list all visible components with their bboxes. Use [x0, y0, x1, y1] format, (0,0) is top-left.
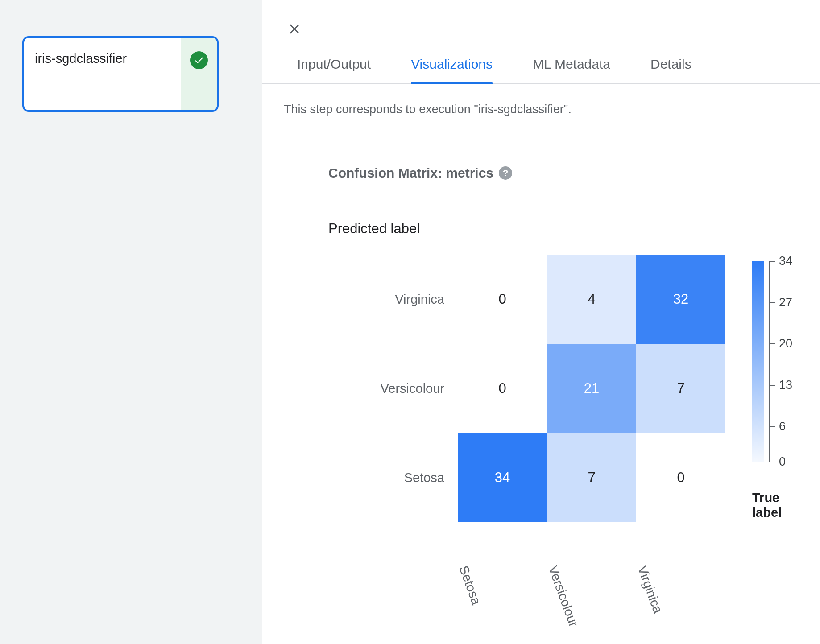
tab-details[interactable]: Details — [650, 49, 692, 83]
step-description-prefix: This step corresponds to execution — [284, 103, 474, 116]
close-panel-button[interactable] — [284, 18, 305, 40]
scale-tick-label: 27 — [779, 295, 792, 309]
column-label: Virginica — [622, 530, 667, 619]
detail-panel: Input/Output Visualizations ML Metadata … — [262, 0, 820, 644]
close-icon — [286, 21, 302, 37]
heatmap-cell[interactable]: 7 — [547, 433, 636, 522]
heatmap-cell[interactable]: 21 — [547, 344, 636, 433]
heatmap-cell[interactable]: 32 — [636, 255, 725, 344]
column-label: Setosa — [444, 530, 488, 619]
confusion-matrix-chart: Predicted label VirginicaVersicolourSeto… — [328, 221, 799, 545]
color-legend: 3427201360 — [752, 261, 770, 462]
heatmap-cells: 043202173470 — [458, 255, 725, 522]
tab-input-output[interactable]: Input/Output — [297, 49, 371, 83]
y-axis-label: Predicted label — [328, 221, 799, 237]
pipeline-node-status — [181, 38, 217, 110]
tab-ml-metadata[interactable]: ML Metadata — [533, 49, 610, 83]
pipeline-node-card[interactable]: iris-sgdclassifier — [22, 36, 219, 112]
heatmap-cell[interactable]: 34 — [458, 433, 547, 522]
column-labels: SetosaVersicolourVirginica — [458, 530, 799, 545]
heatmap-cell[interactable]: 4 — [547, 255, 636, 344]
tab-visualizations[interactable]: Visualizations — [411, 49, 493, 83]
pipeline-node-title: iris-sgdclassifier — [35, 51, 170, 66]
step-description: This step corresponds to execution "iris… — [284, 103, 799, 116]
row-labels: VirginicaVersicolourSetosa — [328, 255, 458, 522]
scale-tick-label: 0 — [779, 455, 786, 469]
row-label: Setosa — [328, 433, 458, 522]
success-check-icon — [190, 51, 208, 69]
heatmap-cell[interactable]: 0 — [458, 255, 547, 344]
scale-tick-label: 20 — [779, 337, 792, 351]
row-label: Versicolour — [328, 344, 458, 433]
confusion-matrix-title-text: Confusion Matrix: metrics — [328, 165, 493, 181]
heatmap-cell[interactable]: 0 — [458, 344, 547, 433]
row-label: Virginica — [328, 255, 458, 344]
scale-tick-label: 34 — [779, 254, 792, 268]
scale-tick-label: 13 — [779, 378, 792, 392]
heatmap-cell[interactable]: 0 — [636, 433, 725, 522]
heatmap-cell[interactable]: 7 — [636, 344, 725, 433]
help-icon[interactable]: ? — [499, 166, 512, 180]
color-scale-bar — [752, 261, 764, 462]
tabs-nav: Input/Output Visualizations ML Metadata … — [262, 49, 820, 84]
confusion-matrix-title: Confusion Matrix: metrics ? — [328, 165, 799, 181]
color-scale-axis: 3427201360 — [769, 261, 770, 462]
column-label: Versicolour — [533, 530, 577, 619]
step-description-name: "iris-sgdclassifier". — [474, 103, 572, 116]
scale-tick-label: 6 — [779, 419, 786, 433]
x-axis-label: True label — [752, 491, 797, 520]
sidebar-panel: iris-sgdclassifier — [0, 0, 262, 644]
